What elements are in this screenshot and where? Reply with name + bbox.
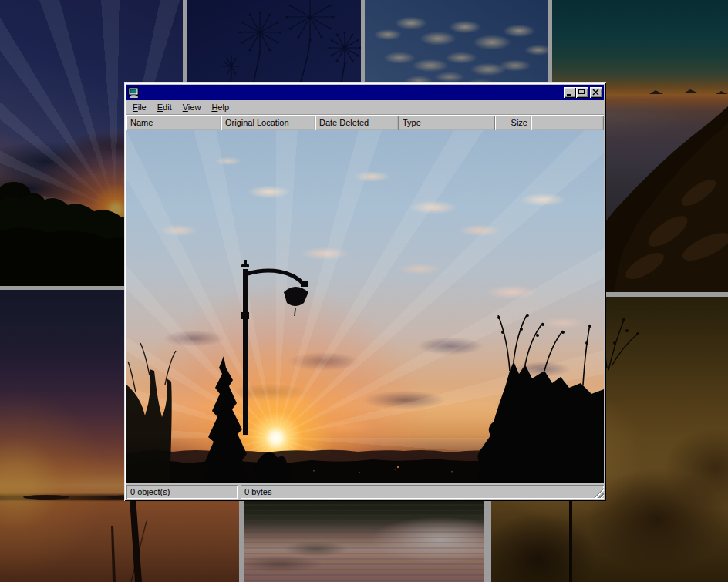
- minimize-button[interactable]: [564, 87, 576, 98]
- minimize-icon: [567, 94, 571, 96]
- menu-item-help[interactable]: Help: [206, 101, 234, 113]
- maximize-icon: [578, 89, 585, 94]
- window-content-photo: [126, 130, 604, 483]
- column-header-filler: [531, 116, 604, 130]
- computer-icon: [128, 87, 140, 99]
- column-header-size[interactable]: Size: [495, 116, 531, 130]
- menu-bar: File Edit View Help: [126, 100, 604, 114]
- status-bytes-panel: 0 bytes: [241, 485, 604, 499]
- column-header-date-deleted[interactable]: Date Deleted: [315, 116, 399, 130]
- status-objects-panel: 0 object(s): [126, 485, 238, 499]
- sunset-silhouettes: [126, 130, 604, 483]
- column-header-original-location[interactable]: Original Location: [221, 116, 315, 130]
- column-header-row: Name Original Location Date Deleted Type…: [126, 116, 604, 130]
- titlebar[interactable]: [126, 85, 604, 100]
- menu-item-edit[interactable]: Edit: [152, 101, 177, 113]
- close-icon: [592, 89, 599, 96]
- column-header-name[interactable]: Name: [126, 116, 221, 130]
- column-header-type[interactable]: Type: [399, 116, 495, 130]
- status-bar: 0 object(s) 0 bytes: [126, 483, 604, 499]
- desktop: File Edit View Help Name Original Locati…: [0, 0, 728, 582]
- recycle-bin-window: File Edit View Help Name Original Locati…: [124, 82, 606, 501]
- menu-item-file[interactable]: File: [127, 101, 152, 113]
- maximize-button[interactable]: [576, 87, 588, 98]
- file-list-area[interactable]: [126, 130, 604, 483]
- menu-item-view[interactable]: View: [177, 101, 207, 113]
- close-button[interactable]: [590, 87, 602, 98]
